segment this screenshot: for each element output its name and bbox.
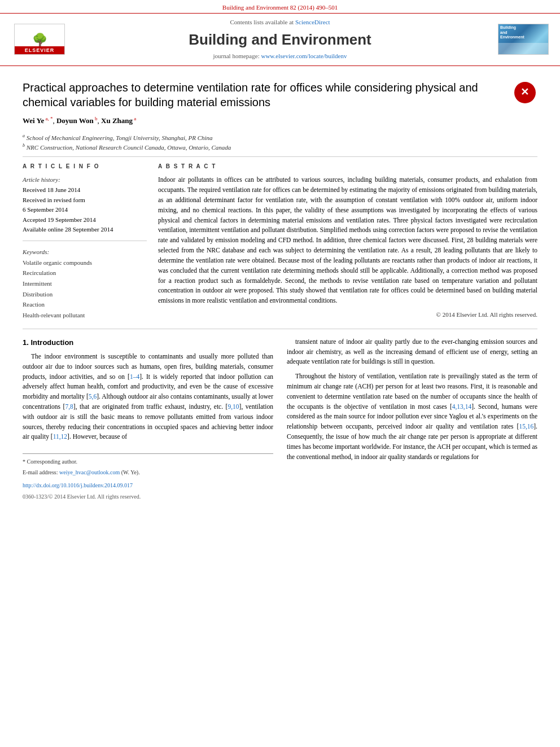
journal-header: 🌳 ELSEVIER Contents lists available at S… bbox=[0, 13, 560, 65]
ref-1-4[interactable]: 1–4 bbox=[130, 373, 139, 380]
keyword-4: Distribution bbox=[23, 289, 147, 300]
abstract-text: Indoor air pollutants in offices can be … bbox=[158, 175, 537, 306]
doi-link[interactable]: http://dx.doi.org/10.1016/j.buildenv.201… bbox=[23, 482, 133, 488]
keyword-1: Volatile organic compounds bbox=[23, 257, 147, 268]
ref-9-10[interactable]: 9,10 bbox=[228, 403, 239, 410]
article-title-section: Practical approaches to determine ventil… bbox=[23, 72, 537, 115]
author-email[interactable]: weiye_hvac@outlook.com bbox=[59, 469, 120, 475]
ref-4-13-14[interactable]: 4,13,14 bbox=[452, 403, 472, 410]
article-history-block: Article history: Received 18 June 2014 R… bbox=[23, 175, 147, 241]
keyword-5: Reaction bbox=[23, 299, 147, 310]
keywords-block: Keywords: Volatile organic compounds Rec… bbox=[23, 247, 147, 321]
corresponding-author-note: * Corresponding author. bbox=[23, 457, 273, 466]
crossmark-badge[interactable]: ✕ bbox=[512, 80, 537, 106]
email-label: E-mail address: bbox=[23, 469, 58, 475]
elsevier-text: ELSEVIER bbox=[15, 46, 64, 55]
journal-ref-text: Building and Environment 82 (2014) 490–5… bbox=[222, 4, 338, 11]
footer-doi-link: http://dx.doi.org/10.1016/j.buildenv.201… bbox=[23, 481, 273, 490]
authors-line: Wei Ye a, *, Doyun Won b, Xu Zhang a bbox=[23, 115, 537, 130]
ref-7-8[interactable]: 7,8 bbox=[65, 403, 73, 410]
author-2-name: Doyun Won bbox=[56, 116, 94, 125]
footnote-area: * Corresponding author. E-mail address: … bbox=[23, 453, 273, 477]
keywords-label: Keywords: bbox=[23, 247, 147, 257]
journal-cover-bottom bbox=[498, 43, 548, 54]
homepage-link[interactable]: www.elsevier.com/locate/buildenv bbox=[261, 53, 347, 59]
journal-ref-line: Building and Environment 82 (2014) 490–5… bbox=[0, 0, 560, 13]
section-divider-1 bbox=[23, 329, 537, 329]
email-line: E-mail address: weiye_hvac@outlook.com (… bbox=[23, 468, 273, 477]
author-3-sup: a bbox=[133, 116, 136, 121]
journal-cover-image: BuildingandEnvironment bbox=[498, 24, 549, 55]
author-2-sup: b bbox=[94, 116, 98, 121]
homepage-line: journal homepage: www.elsevier.com/locat… bbox=[68, 52, 492, 60]
article-info-abstract-columns: A R T I C L E I N F O Article history: R… bbox=[23, 163, 537, 320]
keyword-3: Intermittent bbox=[23, 278, 147, 289]
footer-issn: 0360-1323/© 2014 Elsevier Ltd. All right… bbox=[23, 492, 273, 501]
body-text-columns: 1. Introduction The indoor environment i… bbox=[23, 337, 537, 501]
affiliation-2: NRC Construction, National Research Coun… bbox=[27, 144, 231, 151]
abstract-heading: A B S T R A C T bbox=[158, 163, 537, 171]
copyright-line: © 2014 Elsevier Ltd. All rights reserved… bbox=[158, 311, 537, 319]
contents-line: Contents lists available at ScienceDirec… bbox=[68, 18, 492, 27]
article-info-heading: A R T I C L E I N F O bbox=[23, 163, 147, 171]
journal-cover-text: BuildingandEnvironment bbox=[498, 24, 548, 43]
body-col-right: transient nature of indoor air quality p… bbox=[287, 337, 537, 501]
author-1-sup: a, * bbox=[44, 116, 53, 121]
ref-15-16[interactable]: 15,16 bbox=[519, 423, 533, 430]
received-date: Received 18 June 2014 bbox=[23, 185, 147, 195]
introduction-heading: 1. Introduction bbox=[23, 337, 273, 348]
crossmark-icon[interactable]: ✕ bbox=[514, 82, 536, 103]
ref-11-12[interactable]: 11,12 bbox=[53, 433, 67, 440]
available-date: Available online 28 September 2014 bbox=[23, 225, 147, 235]
affiliation-1: School of Mechanical Engineering, Tongji… bbox=[27, 134, 213, 141]
body-col-left: 1. Introduction The indoor environment i… bbox=[23, 337, 273, 501]
elsevier-logo: 🌳 ELSEVIER bbox=[14, 24, 65, 55]
author-1-name: Wei Ye bbox=[23, 116, 44, 125]
intro-paragraph-1: The indoor environment is susceptible to… bbox=[23, 352, 273, 442]
article-title: Practical approaches to determine ventil… bbox=[23, 80, 512, 110]
article-info-column: A R T I C L E I N F O Article history: R… bbox=[23, 163, 147, 320]
journal-title: Building and Environment bbox=[68, 29, 492, 50]
affiliations-block: a School of Mechanical Engineering, Tong… bbox=[23, 133, 537, 157]
main-content: Practical approaches to determine ventil… bbox=[0, 66, 560, 507]
keyword-6: Health-relevant pollutant bbox=[23, 310, 147, 321]
keyword-2: Recirculation bbox=[23, 268, 147, 278]
accepted-date: Accepted 19 September 2014 bbox=[23, 215, 147, 225]
journal-image-container: BuildingandEnvironment bbox=[492, 24, 549, 55]
author-3-name: Xu Zhang bbox=[101, 116, 133, 125]
intro-paragraph-3: Throughout the history of ventilation, v… bbox=[287, 372, 537, 462]
elsevier-tree-art: 🌳 bbox=[32, 34, 47, 46]
email-suffix: (W. Ye). bbox=[121, 469, 140, 475]
received-revised-date: Received in revised form6 September 2014 bbox=[23, 195, 147, 215]
ref-5-6[interactable]: 5,6 bbox=[89, 393, 97, 400]
elsevier-logo-container: 🌳 ELSEVIER bbox=[11, 24, 68, 55]
abstract-column: A B S T R A C T Indoor air pollutants in… bbox=[158, 163, 537, 320]
history-label: Article history: bbox=[23, 175, 147, 185]
corresponding-author-text: * Corresponding author. bbox=[23, 458, 77, 465]
sciencedirect-link[interactable]: ScienceDirect bbox=[295, 19, 330, 25]
intro-paragraph-2: transient nature of indoor air quality p… bbox=[287, 337, 537, 367]
journal-center-header: Contents lists available at ScienceDirec… bbox=[68, 18, 492, 60]
